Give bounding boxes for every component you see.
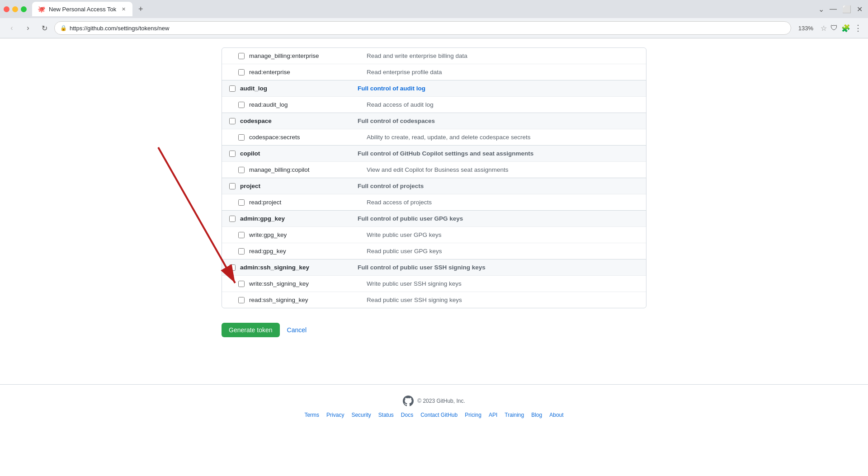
permission-row: manage_billing:enterprise Read and write… (222, 48, 646, 64)
footer-link-about[interactable]: About (549, 412, 563, 418)
footer-link-terms[interactable]: Terms (304, 412, 319, 418)
read-gpg-key-checkbox[interactable] (238, 248, 245, 254)
manage-billing-enterprise-checkbox[interactable] (238, 53, 245, 59)
permission-row-parent: project Full control of projects (222, 178, 646, 194)
bookmark-icon[interactable]: ☆ (821, 24, 827, 33)
write-ssh-signing-key-checkbox[interactable] (238, 281, 245, 287)
perm-name-write-gpg-key: write:gpg_key (249, 231, 367, 238)
browser-restore-icon[interactable]: ⬜ (840, 3, 853, 15)
perm-desc-project: Full control of projects (358, 183, 639, 189)
permission-row-parent: copilot Full control of GitHub Copilot s… (222, 146, 646, 162)
lock-icon: 🔒 (60, 25, 67, 31)
perm-name-audit-log: audit_log (240, 85, 358, 92)
tab-title: New Personal Access Tok (49, 6, 116, 13)
generate-token-button[interactable]: Generate token (222, 323, 280, 337)
perm-name-codespace-secrets: codespace:secrets (249, 134, 367, 141)
footer: © 2023 GitHub, Inc. Terms Privacy Securi… (0, 384, 868, 429)
codespace-secrets-checkbox[interactable] (238, 134, 245, 141)
browser-close-icon[interactable]: ✕ (855, 3, 864, 15)
perm-name-manage-billing-copilot: manage_billing:copilot (249, 166, 367, 173)
codespace-checkbox[interactable] (229, 118, 236, 124)
perm-name-manage-billing-enterprise: manage_billing:enterprise (249, 52, 367, 59)
perm-name-codespace: codespace (240, 118, 358, 124)
footer-link-api[interactable]: API (489, 412, 497, 418)
forward-button[interactable]: › (22, 22, 34, 34)
permission-group-codespace: codespace Full control of codespaces cod… (222, 113, 646, 146)
perm-name-read-audit-log: read:audit_log (249, 101, 367, 108)
tab-close-button[interactable]: ✕ (120, 5, 127, 13)
permission-row-child: read:gpg_key Read public user GPG keys (222, 243, 646, 259)
maximize-traffic-light[interactable] (21, 6, 27, 12)
close-traffic-light[interactable] (4, 6, 9, 12)
permission-row-child: write:ssh_signing_key Write public user … (222, 276, 646, 292)
read-enterprise-checkbox[interactable] (238, 69, 245, 75)
perm-name-copilot: copilot (240, 150, 358, 157)
footer-link-docs[interactable]: Docs (401, 412, 413, 418)
perm-desc-admin-gpg-key: Full control of public user GPG keys (358, 215, 639, 222)
permissions-table: manage_billing:enterprise Read and write… (222, 47, 646, 308)
perm-desc-read-gpg-key: Read public user GPG keys (367, 248, 639, 254)
permission-group-project: project Full control of projects read:pr… (222, 178, 646, 211)
read-ssh-signing-key-checkbox[interactable] (238, 297, 245, 303)
browser-tab-bar: 🐙 New Personal Access Tok ✕ + ⌄ — ⬜ ✕ (0, 0, 868, 18)
footer-copyright: © 2023 GitHub, Inc. (417, 398, 465, 404)
perm-name-write-ssh-signing-key: write:ssh_signing_key (249, 280, 367, 287)
traffic-lights (4, 6, 27, 12)
browser-menu-icon[interactable]: ⌄ (816, 3, 826, 15)
permission-group-admin-gpg-key: admin:gpg_key Full control of public use… (222, 211, 646, 259)
permission-row-parent: admin:gpg_key Full control of public use… (222, 211, 646, 227)
project-checkbox[interactable] (229, 183, 236, 189)
permission-row-parent: audit_log Full control of audit log (222, 80, 646, 97)
reload-button[interactable]: ↻ (38, 22, 51, 34)
perm-desc-read-ssh-signing-key: Read public user SSH signing keys (367, 297, 639, 303)
browser-toolbar: ‹ › ↻ 🔒 https://github.com/settings/toke… (0, 18, 868, 38)
footer-link-training[interactable]: Training (505, 412, 524, 418)
footer-link-pricing[interactable]: Pricing (465, 412, 481, 418)
footer-link-privacy[interactable]: Privacy (326, 412, 344, 418)
manage-billing-copilot-checkbox[interactable] (238, 167, 245, 173)
footer-link-status[interactable]: Status (378, 412, 394, 418)
admin-gpg-key-checkbox[interactable] (229, 216, 236, 222)
permission-row: read:enterprise Read enterprise profile … (222, 64, 646, 80)
footer-links: Terms Privacy Security Status Docs Conta… (7, 412, 861, 418)
cancel-button[interactable]: Cancel (287, 326, 307, 334)
admin-ssh-signing-key-checkbox[interactable] (229, 264, 236, 271)
github-logo-icon (403, 396, 414, 406)
perm-name-read-project: read:project (249, 199, 367, 206)
shield-icon[interactable]: 🛡 (830, 24, 838, 32)
browser-chrome: 🐙 New Personal Access Tok ✕ + ⌄ — ⬜ ✕ ‹ … (0, 0, 868, 38)
new-tab-button[interactable]: + (134, 3, 147, 15)
action-area: Generate token Cancel (212, 319, 656, 341)
perm-desc-read-audit-log: Read access of audit log (367, 101, 639, 108)
read-audit-log-checkbox[interactable] (238, 102, 245, 108)
perm-name-project: project (240, 183, 358, 189)
permission-row-child: write:gpg_key Write public user GPG keys (222, 227, 646, 243)
address-bar[interactable]: 🔒 https://github.com/settings/tokens/new (54, 21, 791, 35)
browser-menu-dots[interactable]: ⋮ (854, 23, 863, 33)
back-button[interactable]: ‹ (5, 22, 18, 34)
copilot-checkbox[interactable] (229, 151, 236, 157)
footer-link-contact[interactable]: Contact GitHub (420, 412, 458, 418)
perm-name-admin-ssh-signing-key: admin:ssh_signing_key (240, 264, 358, 271)
permission-row-child: read:audit_log Read access of audit log (222, 97, 646, 113)
browser-minimize-icon[interactable]: — (828, 3, 839, 15)
active-tab[interactable]: 🐙 New Personal Access Tok ✕ (32, 2, 132, 16)
footer-logo: © 2023 GitHub, Inc. (403, 396, 465, 406)
permissions-container: manage_billing:enterprise Read and write… (212, 47, 656, 308)
permission-row-child: read:project Read access of projects (222, 194, 646, 210)
footer-link-security[interactable]: Security (351, 412, 371, 418)
extensions-icon[interactable]: 🧩 (841, 24, 850, 33)
perm-desc-codespace-secrets: Ability to create, read, update, and del… (367, 134, 639, 141)
audit-log-checkbox[interactable] (229, 85, 236, 92)
write-gpg-key-checkbox[interactable] (238, 232, 245, 238)
perm-desc-write-gpg-key: Write public user GPG keys (367, 231, 639, 238)
footer-link-blog[interactable]: Blog (531, 412, 542, 418)
perm-desc-codespace: Full control of codespaces (358, 118, 639, 124)
perm-desc-admin-ssh-signing-key: Full control of public user SSH signing … (358, 264, 639, 271)
read-project-checkbox[interactable] (238, 199, 245, 206)
zoom-level: 133% (795, 25, 817, 32)
browser-right-icons: 🛡 🧩 ⋮ (830, 23, 863, 33)
minimize-traffic-light[interactable] (12, 6, 18, 12)
permission-row-parent: codespace Full control of codespaces (222, 113, 646, 129)
permission-group-admin-ssh-signing-key: admin:ssh_signing_key Full control of pu… (222, 259, 646, 308)
